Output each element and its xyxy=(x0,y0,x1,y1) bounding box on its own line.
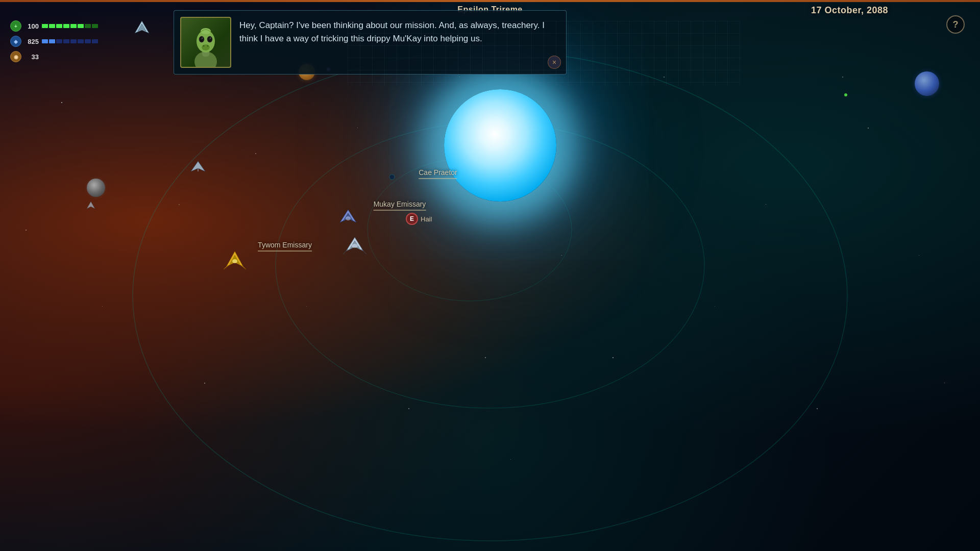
shield-icon: ◈ xyxy=(10,36,21,47)
svg-marker-0 xyxy=(87,202,95,209)
star xyxy=(255,153,256,154)
hud-stats: + 100 ◈ 825 xyxy=(10,20,98,62)
star xyxy=(919,255,919,256)
svg-marker-16 xyxy=(241,265,246,269)
shield-stat-row: ◈ 825 xyxy=(10,36,98,47)
help-button[interactable]: ? xyxy=(946,15,965,34)
epsilon-trireme-ship xyxy=(132,19,152,41)
svg-marker-21 xyxy=(361,249,366,254)
star xyxy=(26,230,27,231)
shield-value: 825 xyxy=(24,38,39,45)
svg-point-30 xyxy=(202,37,203,38)
svg-point-14 xyxy=(232,259,237,263)
shield-bar xyxy=(42,39,98,43)
small-ship-icon xyxy=(86,201,96,213)
distant-planet xyxy=(915,71,939,96)
mukay-emissary-label: Mukay Emissary xyxy=(374,200,426,211)
star xyxy=(944,383,945,383)
svg-point-19 xyxy=(352,244,358,248)
star xyxy=(306,306,307,307)
blue-star xyxy=(444,89,556,202)
space-background xyxy=(0,0,980,551)
dialog-text: Hey, Captain? I've been thinking about o… xyxy=(239,17,560,68)
svg-point-25 xyxy=(202,44,210,51)
star xyxy=(204,383,205,384)
svg-marker-20 xyxy=(343,249,348,254)
hail-key: E xyxy=(406,213,418,225)
tywom-emissary-ship xyxy=(224,250,246,272)
svg-point-31 xyxy=(210,37,211,38)
mukay-emissary-ship xyxy=(337,208,359,229)
health-value: 100 xyxy=(24,22,39,30)
svg-point-33 xyxy=(207,45,209,46)
date-display: 17 October, 2088 xyxy=(811,5,888,16)
star xyxy=(715,306,715,307)
hail-badge[interactable]: E Hail xyxy=(406,213,432,225)
health-stat-row: + 100 xyxy=(10,20,98,32)
game-container: Epsilon Trireme 17 October, 2088 ? + 100… xyxy=(0,0,980,551)
alien-portrait-svg xyxy=(183,17,229,68)
star xyxy=(664,77,665,78)
star xyxy=(357,128,358,128)
star xyxy=(561,255,562,256)
fuel-icon: ◉ xyxy=(10,51,21,62)
svg-point-32 xyxy=(203,45,205,46)
star xyxy=(868,128,869,129)
star xyxy=(102,306,103,307)
health-bar xyxy=(42,24,98,28)
star xyxy=(510,459,511,460)
cae-praetor-ship xyxy=(342,236,368,257)
star xyxy=(842,77,843,78)
star xyxy=(766,204,766,205)
svg-point-11 xyxy=(346,216,351,220)
svg-marker-15 xyxy=(224,265,229,269)
star xyxy=(408,408,409,409)
tywom-emissary-label: Tywom Emissary xyxy=(258,241,312,252)
star xyxy=(817,408,818,409)
ship-left-1 xyxy=(189,160,207,177)
fuel-value: 33 xyxy=(24,53,39,61)
star xyxy=(485,357,486,358)
hail-text: Hail xyxy=(421,215,432,223)
star xyxy=(179,204,180,205)
moon-orb xyxy=(87,179,105,197)
star xyxy=(61,102,62,103)
dialog-close-button[interactable]: × xyxy=(548,56,561,69)
star xyxy=(459,77,460,77)
star xyxy=(612,357,614,358)
fuel-stat-row: ◉ 33 xyxy=(10,51,98,62)
dialog-portrait xyxy=(180,17,231,68)
dialog-box: Hey, Captain? I've been thinking about o… xyxy=(174,10,567,74)
health-bar-seg xyxy=(42,24,48,28)
cae-praetor-label: Cae Praetor xyxy=(419,168,457,179)
small-green-dot xyxy=(844,93,847,96)
health-icon: + xyxy=(10,20,21,32)
top-bar xyxy=(0,0,980,2)
